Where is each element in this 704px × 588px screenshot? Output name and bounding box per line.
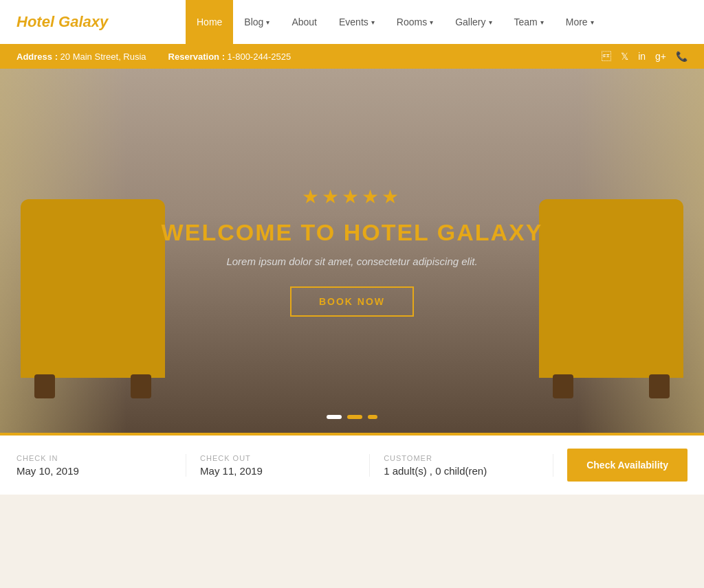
slider-dots (327, 415, 377, 419)
googleplus-icon[interactable]: g+ (655, 51, 666, 62)
hero-title: WELCOME TO HOTEL GALAXY (162, 219, 543, 246)
nav-item-about[interactable]: About (280, 0, 328, 44)
reservation-info: Reservation : 1-800-244-2525 (168, 52, 292, 62)
footer-area (0, 495, 704, 522)
chair-left-decoration (21, 199, 165, 378)
social-links:  𝕏 in g+ 📞 (602, 51, 688, 62)
nav-item-gallery[interactable]: Gallery ▾ (444, 0, 503, 44)
booking-bar: CHECK IN May 10, 2019 CHECK OUT May 11, … (0, 433, 704, 495)
check-availability-button[interactable]: Check Availability (567, 449, 688, 482)
checkout-field[interactable]: CHECK OUT May 11, 2019 (186, 454, 370, 477)
hero-content: ★★★★★ WELCOME TO HOTEL GALAXY Lorem ipsu… (162, 185, 543, 317)
nav-item-team[interactable]: Team ▾ (503, 0, 555, 44)
chevron-down-icon: ▾ (266, 19, 270, 26)
contact-info: Address : 20 Main Street, Rusia Reservat… (16, 52, 291, 62)
info-bar: Address : 20 Main Street, Rusia Reservat… (0, 44, 704, 69)
chevron-down-icon: ▾ (430, 19, 433, 26)
customer-field[interactable]: CUSTOMER 1 adult(s) , 0 child(ren) (370, 454, 553, 477)
nav-item-rooms[interactable]: Rooms ▾ (386, 0, 444, 44)
slider-dot-1[interactable] (327, 415, 342, 419)
slider-dot-3[interactable] (368, 415, 377, 419)
hero-subtitle: Lorem ipsum dolor sit amet, consectetur … (162, 256, 543, 267)
logo-area: Hotel Galaxy (0, 0, 186, 44)
nav-item-more[interactable]: More ▾ (555, 0, 605, 44)
chevron-down-icon: ▾ (371, 19, 375, 26)
twitter-icon[interactable]: 𝕏 (621, 51, 628, 62)
chevron-down-icon: ▾ (540, 19, 544, 26)
chevron-down-icon: ▾ (489, 19, 492, 26)
facebook-icon[interactable]:  (602, 51, 611, 62)
hero-section: ★★★★★ WELCOME TO HOTEL GALAXY Lorem ipsu… (0, 69, 704, 433)
slider-dot-2[interactable] (347, 415, 362, 419)
linkedin-icon[interactable]: in (638, 51, 646, 62)
chair-right-decoration (539, 199, 683, 378)
chevron-down-icon: ▾ (591, 19, 594, 26)
nav-item-events[interactable]: Events ▾ (328, 0, 386, 44)
main-nav: Home Blog ▾ About Events ▾ Rooms ▾ Galle… (186, 0, 704, 44)
site-logo[interactable]: Hotel Galaxy (16, 13, 108, 31)
address-info: Address : 20 Main Street, Rusia (16, 52, 146, 62)
site-header: Hotel Galaxy Home Blog ▾ About Events ▾ … (0, 0, 704, 69)
nav-item-blog[interactable]: Blog ▾ (233, 0, 280, 44)
nav-item-home[interactable]: Home (186, 0, 233, 44)
book-now-button[interactable]: BOOK NOW (290, 286, 414, 317)
star-rating: ★★★★★ (162, 185, 543, 208)
skype-icon[interactable]: 📞 (676, 51, 688, 62)
checkin-field[interactable]: CHECK IN May 10, 2019 (16, 454, 186, 477)
